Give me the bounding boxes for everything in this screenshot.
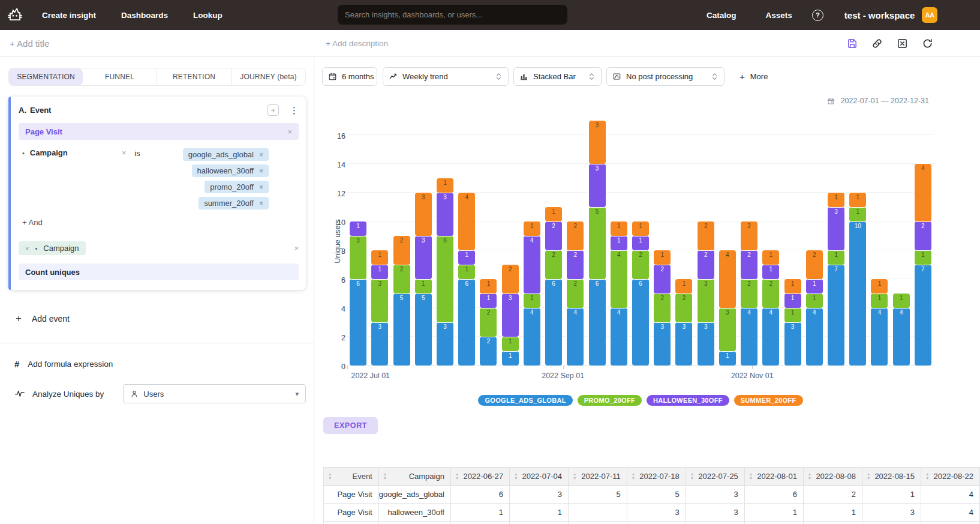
bar-segment[interactable]: 2 <box>545 221 562 250</box>
app-logo-cat-icon[interactable] <box>5 5 25 25</box>
chart-type-select[interactable]: Stacked Bar <box>513 67 602 86</box>
bar-segment[interactable]: 2 <box>567 279 584 308</box>
remove-filter-icon[interactable]: × <box>122 149 126 157</box>
bar-segment[interactable]: 4 <box>524 308 540 366</box>
filter-property[interactable]: Campaign <box>30 148 68 157</box>
clear-breakdown-icon[interactable]: × <box>294 244 299 253</box>
avatar[interactable]: AA <box>922 7 937 23</box>
sort-icon[interactable]: ▲▼ <box>455 472 459 480</box>
bar-segment[interactable]: 3 <box>654 322 671 366</box>
bar-segment[interactable]: 6 <box>458 279 475 366</box>
bar-segment[interactable]: 3 <box>784 322 801 366</box>
add-description-field[interactable]: + Add description <box>326 39 388 48</box>
workspace-switcher[interactable]: test - workspace <box>844 10 915 20</box>
bar-segment[interactable]: 1 <box>415 279 432 294</box>
bar-segment[interactable]: 1 <box>524 294 540 308</box>
legend-pill[interactable]: GOOGLE_ADS_GLOBAL <box>478 395 572 406</box>
bar-segment[interactable]: 3 <box>437 193 453 236</box>
bar-segment[interactable]: 1 <box>458 265 475 279</box>
bar-segment[interactable]: 1 <box>675 279 692 294</box>
bar-segment[interactable]: 3 <box>589 164 606 207</box>
filter-value-chip[interactable]: halloween_30off × <box>192 164 269 177</box>
bar-segment[interactable]: 4 <box>741 308 757 366</box>
trend-granularity-select[interactable]: Weekly trend <box>383 67 509 86</box>
bar-segment[interactable]: 1 <box>371 265 388 279</box>
bar-segment[interactable]: 2 <box>545 250 562 279</box>
sort-icon[interactable]: ▲▼ <box>573 472 576 480</box>
bar-segment[interactable]: 2 <box>915 221 931 250</box>
refresh-icon[interactable] <box>921 37 933 49</box>
filter-operator[interactable]: is <box>134 149 140 158</box>
bar-segment[interactable]: 4 <box>611 308 627 366</box>
filter-value-chip[interactable]: google_ads_global × <box>183 148 269 161</box>
bar-segment[interactable]: 1 <box>849 207 866 221</box>
aggregation-row[interactable]: Count uniques <box>19 264 299 280</box>
sort-icon[interactable]: ▲▼ <box>808 472 811 480</box>
bar-segment[interactable]: 1 <box>849 193 866 207</box>
bar-segment[interactable]: 1 <box>893 294 910 308</box>
event-name-row[interactable]: Page Visit × <box>19 123 299 140</box>
nav-create-insight[interactable]: Create insight <box>42 11 96 20</box>
sort-icon[interactable]: ▲▼ <box>632 472 635 480</box>
column-header[interactable]: ▲▼Event <box>324 468 379 486</box>
date-range-button[interactable]: 6 months <box>322 67 377 86</box>
add-event-button[interactable]: + Add event <box>8 313 306 325</box>
sort-icon[interactable]: ▲▼ <box>867 472 870 480</box>
bar-segment[interactable]: 3 <box>350 236 366 279</box>
share-link-icon[interactable] <box>871 37 883 49</box>
remove-value-icon[interactable]: × <box>259 199 263 208</box>
sort-icon[interactable]: ▲▼ <box>925 472 929 480</box>
nav-lookup[interactable]: Lookup <box>193 11 223 20</box>
add-formula-button[interactable]: # Add formula expression <box>8 359 306 369</box>
bar-segment[interactable]: 1 <box>611 221 627 236</box>
bar-segment[interactable]: 4 <box>719 250 736 308</box>
bar-segment[interactable]: 1 <box>828 193 844 207</box>
bar-segment[interactable]: 3 <box>437 322 453 366</box>
bar-segment[interactable]: 2 <box>502 265 519 294</box>
bar-segment[interactable]: 6 <box>632 279 649 366</box>
bar-segment[interactable]: 1 <box>762 265 779 279</box>
analyze-by-select[interactable]: Users ▾ <box>123 384 306 403</box>
bar-segment[interactable]: 2 <box>698 250 714 279</box>
bar-segment[interactable]: 1 <box>632 236 649 250</box>
remove-breakdown-icon[interactable]: × <box>25 245 29 252</box>
bar-segment[interactable]: 4 <box>762 308 779 366</box>
sort-icon[interactable]: ▲▼ <box>749 472 753 480</box>
add-title-field[interactable]: + Add title <box>10 38 49 49</box>
bar-segment[interactable]: 1 <box>719 351 736 366</box>
column-header[interactable]: ▲▼2022-06-27 <box>450 468 509 486</box>
bar-segment[interactable]: 2 <box>393 265 410 294</box>
bar-segment[interactable]: 4 <box>871 308 888 366</box>
bar-segment[interactable]: 2 <box>567 250 584 279</box>
column-header[interactable]: ▲▼2022-08-01 <box>744 468 803 486</box>
bar-segment[interactable]: 3 <box>828 207 844 250</box>
bar-segment[interactable]: 4 <box>806 308 823 366</box>
bar-segment[interactable]: 3 <box>719 308 736 351</box>
bar-segment[interactable]: 1 <box>784 279 801 294</box>
bar-segment[interactable]: 3 <box>502 294 519 337</box>
bar-segment[interactable]: 1 <box>437 178 453 193</box>
nav-assets[interactable]: Assets <box>766 11 792 20</box>
bar-segment[interactable]: 1 <box>480 294 497 308</box>
bar-segment[interactable]: 3 <box>415 236 432 279</box>
remove-value-icon[interactable]: × <box>259 183 263 191</box>
bar-segment[interactable]: 1 <box>371 250 388 265</box>
bar-segment[interactable]: 4 <box>567 308 584 366</box>
bar-segment[interactable]: 3 <box>371 279 388 322</box>
column-header[interactable]: ▲▼2022-07-11 <box>568 468 627 486</box>
bar-segment[interactable]: 1 <box>480 279 497 294</box>
sort-icon[interactable]: ▲▼ <box>690 472 694 480</box>
sort-icon[interactable]: ▲▼ <box>328 472 332 480</box>
remove-value-icon[interactable]: × <box>259 151 263 159</box>
clear-icon[interactable] <box>896 37 908 49</box>
bar-segment[interactable]: 1 <box>762 250 779 265</box>
bar-segment[interactable]: 7 <box>915 265 931 366</box>
filter-value-chip[interactable]: promo_20off × <box>205 181 269 193</box>
remove-event-icon[interactable]: × <box>287 127 292 136</box>
bar-segment[interactable]: 6 <box>350 279 366 366</box>
bar-segment[interactable]: 7 <box>828 265 844 366</box>
bar-segment[interactable]: 10 <box>849 221 866 366</box>
column-header[interactable]: ▲▼2022-07-04 <box>509 468 568 486</box>
bar-segment[interactable]: 1 <box>915 250 931 265</box>
more-options-button[interactable]: + More <box>739 67 768 86</box>
